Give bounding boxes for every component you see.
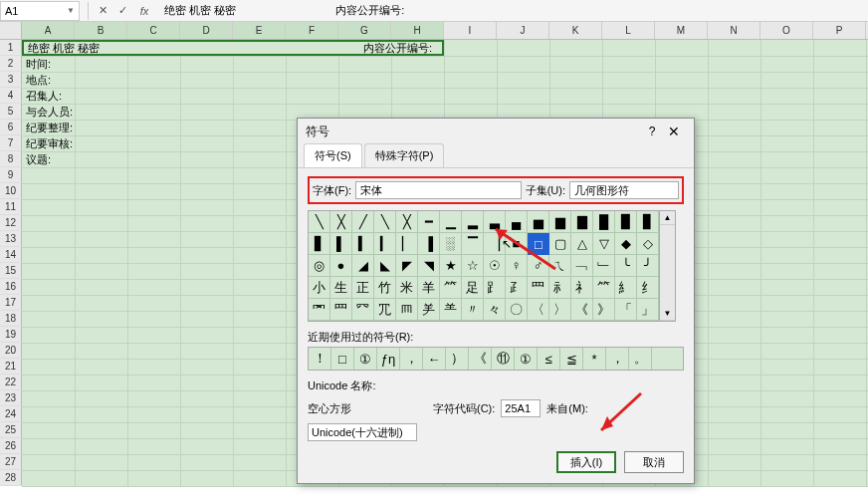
row-header[interactable]: 5 — [0, 104, 22, 120]
recent-symbol[interactable]: ， — [400, 348, 423, 370]
col-header-C[interactable]: C — [127, 22, 180, 39]
code-input[interactable]: 25A1 — [501, 399, 541, 417]
symbol-cell[interactable]: ☉ — [484, 255, 506, 277]
symbol-cell[interactable]: ▏ — [396, 233, 418, 255]
row-header[interactable]: 22 — [0, 375, 22, 390]
row-header[interactable]: 16 — [0, 279, 22, 295]
row-header[interactable]: 9 — [0, 167, 22, 183]
cell-a2[interactable]: 时间: — [26, 56, 51, 72]
symbol-cell[interactable]: ◢ — [352, 255, 374, 277]
col-header-L[interactable]: L — [602, 22, 655, 39]
symbol-cell[interactable]: ㄟ — [549, 255, 571, 277]
symbol-cell[interactable]: ⺬ — [549, 277, 571, 299]
symbol-cell[interactable]: 」 — [637, 299, 659, 321]
symbol-cell[interactable]: ╯ — [637, 255, 659, 277]
scroll-down-icon[interactable]: ▼ — [660, 307, 675, 321]
symbol-cell[interactable]: 〉 — [549, 299, 571, 321]
symbol-cell[interactable]: ♂ — [528, 255, 549, 277]
col-header-A[interactable]: A — [22, 22, 75, 39]
symbol-cell[interactable]: ⺶ — [418, 299, 440, 321]
row-header[interactable]: 10 — [0, 183, 22, 199]
symbol-cell[interactable]: ⺷ — [440, 299, 462, 321]
select-all-corner[interactable] — [0, 22, 22, 39]
col-header-G[interactable]: G — [338, 22, 391, 39]
symbol-cell[interactable]: 〃 — [462, 299, 484, 321]
symbol-cell[interactable]: △ — [571, 233, 593, 255]
symbol-cell[interactable]: ▆ — [549, 211, 571, 233]
symbol-cell[interactable]: ⺭ — [571, 277, 593, 299]
symbol-cell[interactable]: ● — [330, 255, 352, 277]
recent-symbol[interactable]: ← — [423, 348, 446, 370]
cell-a3[interactable]: 地点: — [26, 72, 51, 88]
subset-select[interactable]: 几何图形符 — [569, 181, 679, 199]
row-header[interactable]: 11 — [0, 199, 22, 215]
symbol-cell[interactable]: 羊 — [418, 277, 440, 299]
row-header[interactable]: 28 — [0, 470, 22, 486]
symbol-cell[interactable]: ╰ — [615, 255, 637, 277]
symbol-cell[interactable]: ▇ — [571, 211, 593, 233]
dialog-titlebar[interactable]: 符号 ? ✕ — [298, 119, 694, 144]
row-header[interactable]: 3 — [0, 72, 22, 88]
row-header[interactable]: 4 — [0, 88, 22, 104]
symbol-cell[interactable]: ◤ — [396, 255, 418, 277]
recent-symbol[interactable]: ， — [606, 348, 629, 370]
symbol-cell[interactable]: 〇 — [506, 299, 528, 321]
recent-symbol[interactable]: ⑪ — [492, 348, 515, 370]
symbol-cell[interactable]: 〈 — [528, 299, 549, 321]
close-button[interactable]: ✕ — [662, 124, 686, 139]
insert-button[interactable]: 插入(I) — [556, 451, 616, 473]
symbol-cell[interactable]: ⺱ — [309, 299, 330, 321]
symbol-cell[interactable]: ⺫ — [528, 277, 549, 299]
row-header[interactable]: 27 — [0, 454, 22, 470]
symbol-cell[interactable]: ◎ — [309, 255, 330, 277]
cancel-button[interactable]: 取消 — [624, 451, 684, 473]
symbol-cell[interactable]: ﹁ — [571, 255, 593, 277]
row-header[interactable]: 14 — [0, 247, 22, 263]
symbol-cell[interactable]: ▢ — [549, 233, 571, 255]
symbol-cell[interactable]: ╲ — [309, 211, 330, 233]
col-header-O[interactable]: O — [760, 22, 813, 39]
help-button[interactable]: ? — [642, 125, 662, 138]
recent-symbol[interactable]: ① — [515, 348, 538, 370]
row-header[interactable]: 17 — [0, 295, 22, 311]
from-select[interactable]: Unicode(十六进制) — [308, 423, 417, 441]
symbol-cell[interactable]: ⺰ — [637, 277, 659, 299]
symbol-cell[interactable]: ▃ — [484, 211, 506, 233]
symbol-cell[interactable]: ╱ — [352, 211, 374, 233]
fx-button[interactable]: fx — [132, 5, 156, 17]
name-box[interactable]: A1 ▼ — [0, 1, 80, 21]
symbol-cell[interactable]: ⺮ — [440, 277, 462, 299]
symbol-cell[interactable]: ▂ — [462, 211, 484, 233]
recent-symbol[interactable]: ！ — [309, 348, 331, 370]
row-header[interactable]: 15 — [0, 263, 22, 279]
name-box-dropdown-icon[interactable]: ▼ — [67, 6, 75, 15]
symbol-grid[interactable]: ╲╳╱╲╳━▁▂▃▄▅▆▇█▉▊▋▌▍▎▏▐░▔▕■□▢△▽◆◇◎●◢◣◤◥★☆… — [308, 210, 660, 322]
symbol-cell[interactable]: ⺮ — [593, 277, 615, 299]
symbol-cell[interactable]: ▌ — [330, 233, 352, 255]
symbol-cell[interactable]: 足 — [462, 277, 484, 299]
recent-symbol[interactable]: ） — [446, 348, 469, 370]
symbol-cell[interactable]: 正 — [352, 277, 374, 299]
recent-symbol[interactable]: 《 — [469, 348, 492, 370]
symbol-cell[interactable]: ◆ — [615, 233, 637, 255]
symbol-cell[interactable]: ◇ — [637, 233, 659, 255]
symbol-cell[interactable]: 々 — [484, 299, 506, 321]
symbol-cell[interactable]: ━ — [418, 211, 440, 233]
cancel-button[interactable]: ✕ — [93, 4, 112, 17]
symbol-cell[interactable]: 「 — [615, 299, 637, 321]
symbol-cell[interactable]: ﹂ — [593, 255, 615, 277]
row-header[interactable]: 20 — [0, 343, 22, 359]
row-header[interactable]: 18 — [0, 311, 22, 327]
row-header[interactable]: 6 — [0, 120, 22, 135]
row-header[interactable]: 8 — [0, 151, 22, 167]
symbol-cell[interactable]: ★ — [440, 255, 462, 277]
symbol-cell[interactable]: ╳ — [330, 211, 352, 233]
row-header[interactable]: 21 — [0, 359, 22, 375]
row-header[interactable]: 13 — [0, 231, 22, 247]
col-header-E[interactable]: E — [233, 22, 286, 39]
cell-a6[interactable]: 纪要整理: — [26, 120, 73, 135]
symbol-cell[interactable]: ⺯ — [615, 277, 637, 299]
row-header[interactable]: 25 — [0, 422, 22, 438]
symbol-cell[interactable]: ☆ — [462, 255, 484, 277]
col-header-B[interactable]: B — [75, 22, 127, 39]
